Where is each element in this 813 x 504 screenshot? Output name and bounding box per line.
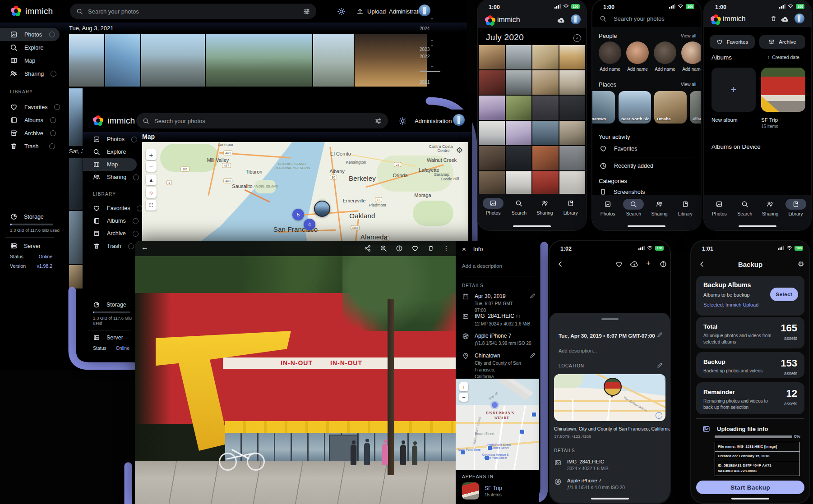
person-avatar[interactable]: Add name <box>626 41 649 64</box>
screenshots-row[interactable]: Screenshots <box>600 188 645 195</box>
person-avatar[interactable]: Add name <box>681 41 701 64</box>
photo-thumb[interactable] <box>479 171 505 196</box>
add-name-label[interactable]: Add name <box>627 67 648 72</box>
new-album-card[interactable]: + <box>711 68 756 112</box>
tab-photos[interactable]: Photos <box>597 199 618 230</box>
tab-library[interactable]: Library <box>785 199 806 230</box>
add-description-field[interactable]: Add description... <box>559 348 597 353</box>
zoom-out-button[interactable]: − <box>146 161 157 172</box>
archive-chip[interactable]: Archive <box>759 35 805 49</box>
select-button[interactable]: Select <box>770 288 798 301</box>
cloud-upload-icon[interactable] <box>781 16 789 23</box>
zoom-in-button[interactable]: + <box>146 149 157 160</box>
home-indicator[interactable] <box>591 498 629 499</box>
more-icon[interactable]: ⋮ <box>443 245 449 252</box>
search-input[interactable]: Search your photos <box>600 15 665 22</box>
photo-in-n-out[interactable]: IN-N-OUT IN-N-OUT <box>135 241 456 504</box>
edit-pencil-icon[interactable] <box>657 332 663 338</box>
sort-button[interactable]: ↑Created date <box>767 55 799 60</box>
photo-thumb[interactable] <box>559 171 586 196</box>
filter-icon[interactable] <box>375 118 382 124</box>
sidebar-item-explore[interactable]: Explore <box>83 146 137 158</box>
immich-logo[interactable]: immich <box>93 115 135 126</box>
sidebar-item-trash[interactable]: Trash <box>83 240 137 252</box>
trash-icon[interactable] <box>427 245 434 252</box>
photo-thumb[interactable] <box>532 146 559 170</box>
settings-gear-icon[interactable]: ⚙ <box>798 260 804 268</box>
photo-cluster-marker[interactable]: 4 <box>304 219 315 230</box>
add-name-label[interactable]: Add name <box>682 67 701 72</box>
photo-thumb[interactable] <box>506 121 532 145</box>
favorites-row[interactable]: Favorites <box>600 145 637 152</box>
place-card[interactable]: Chinatown <box>592 91 615 124</box>
place-card[interactable]: Omaha <box>654 91 687 124</box>
add-description-field[interactable]: Add a description <box>462 263 502 269</box>
trash-icon[interactable] <box>770 15 777 22</box>
photo-thumb[interactable] <box>479 146 505 170</box>
photo-thumb[interactable] <box>559 146 586 170</box>
place-card[interactable]: Pilsen <box>690 91 701 124</box>
info-icon[interactable] <box>660 261 667 268</box>
compass-button[interactable]: ▲ <box>146 174 157 185</box>
add-name-label[interactable]: Add name <box>655 67 675 72</box>
photo-map-marker[interactable] <box>604 378 622 396</box>
heart-icon[interactable] <box>615 261 623 268</box>
zoom-in-button[interactable]: + <box>459 382 468 391</box>
back-chevron-icon[interactable] <box>557 261 564 268</box>
sidebar-item-favorites[interactable]: Favorites <box>83 202 137 215</box>
cloud-upload-icon[interactable] <box>557 17 565 23</box>
home-indicator[interactable] <box>739 225 776 227</box>
layers-disabled-button[interactable]: ⦸ <box>146 187 157 198</box>
fullscreen-button[interactable]: ⛶ <box>146 200 157 211</box>
album-card-sf-trip[interactable] <box>761 68 805 112</box>
photo-thumb[interactable] <box>532 96 559 120</box>
people-view-all[interactable]: View all <box>681 33 696 38</box>
sidebar-item-albums[interactable]: Albums <box>83 215 137 227</box>
plus-icon[interactable]: + <box>646 259 651 268</box>
edit-pencil-icon[interactable] <box>530 293 536 299</box>
photo-thumb[interactable] <box>506 171 532 196</box>
person-avatar[interactable]: Add name <box>654 41 676 64</box>
place-card[interactable]: Near North Side <box>619 91 651 124</box>
map-info-icon[interactable]: i <box>656 412 662 419</box>
immich-logo[interactable]: immich <box>485 15 520 24</box>
user-avatar[interactable] <box>571 14 581 24</box>
edit-pencil-icon[interactable] <box>530 353 536 358</box>
user-avatar[interactable] <box>795 14 804 23</box>
places-view-all[interactable]: View all <box>681 82 696 87</box>
sidebar-item-photos[interactable]: Photos <box>83 133 137 146</box>
home-indicator[interactable] <box>731 498 769 499</box>
zoom-out-button[interactable]: − <box>459 393 468 402</box>
appears-in-album[interactable]: SF Trip15 items <box>462 482 502 499</box>
photo-thumb[interactable] <box>559 96 586 120</box>
photo-thumb[interactable] <box>506 146 532 170</box>
photo-thumb[interactable] <box>532 121 559 145</box>
photo-thumb[interactable] <box>532 171 559 196</box>
add-name-label[interactable]: Add name <box>600 67 620 72</box>
photo-thumb[interactable] <box>479 45 505 69</box>
map-settings-gear-icon[interactable]: ⚙ <box>456 146 463 155</box>
sidebar-item-archive[interactable]: Archive <box>83 227 137 240</box>
photo-thumb[interactable] <box>559 45 586 69</box>
photo-thumb[interactable] <box>506 45 532 69</box>
start-backup-button[interactable]: Start Backup <box>696 481 804 494</box>
sidebar-item-sharing[interactable]: Sharing <box>83 171 137 183</box>
tab-library[interactable]: Library <box>675 199 696 230</box>
administration-button[interactable]: Administration <box>415 113 452 128</box>
photo-thumb[interactable] <box>559 70 586 95</box>
photo-thumb[interactable] <box>479 96 505 120</box>
home-indicator[interactable] <box>513 225 551 227</box>
tab-photos[interactable]: Photos <box>483 198 504 230</box>
info-icon[interactable] <box>396 245 403 252</box>
home-indicator[interactable] <box>628 225 665 227</box>
photo-thumb[interactable] <box>506 96 532 120</box>
photo-thumb[interactable] <box>532 70 559 95</box>
photo-thumb[interactable] <box>506 70 532 95</box>
zoom-in-icon[interactable] <box>380 245 387 252</box>
theme-toggle-button[interactable] <box>399 113 406 128</box>
cloud-icon[interactable] <box>630 261 638 267</box>
close-icon[interactable]: × <box>462 245 466 253</box>
photo-map-marker[interactable] <box>314 201 330 217</box>
photo-thumb[interactable] <box>532 45 559 69</box>
photo-cluster-marker[interactable]: 5 <box>292 209 304 220</box>
